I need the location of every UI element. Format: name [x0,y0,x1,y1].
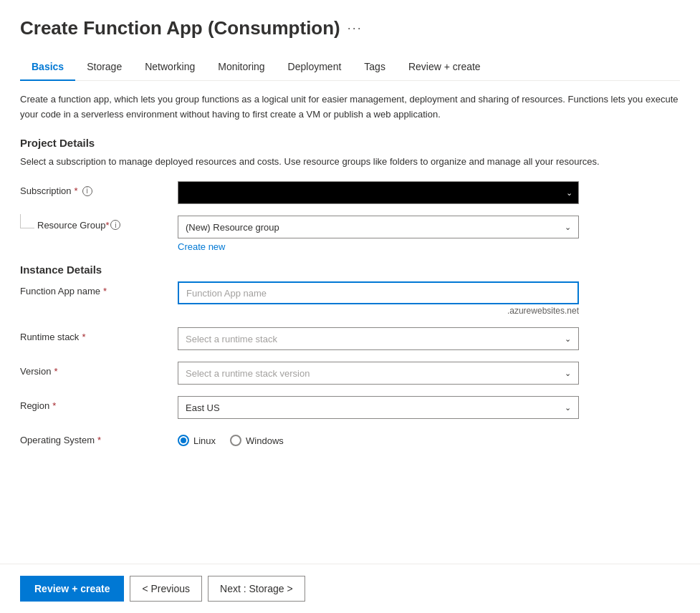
footer: Review + create < Previous Next : Storag… [0,564,700,613]
runtime-stack-required: * [82,332,85,342]
instance-details-header: Instance Details [20,264,680,276]
tabs-container: Basics Storage Networking Monitoring Dep… [20,54,680,81]
tab-review-create[interactable]: Review + create [397,54,492,81]
more-options-icon[interactable]: ··· [347,21,363,36]
function-app-name-control: .azurewebsites.net [178,281,579,316]
resource-group-dropdown[interactable]: (New) Resource group ⌄ [178,216,579,238]
main-content: Create Function App (Consumption) ··· Ba… [0,0,700,549]
runtime-stack-arrow: ⌄ [565,334,571,344]
runtime-stack-control: Select a runtime stack ⌄ [178,327,579,350]
runtime-stack-placeholder: Select a runtime stack [186,334,277,344]
tab-storage[interactable]: Storage [75,54,133,81]
tab-monitoring[interactable]: Monitoring [206,54,276,81]
subscription-label: Subscription * i [20,181,178,196]
page-title: Create Function App (Consumption) [20,17,340,39]
region-label: Region * [20,396,178,411]
function-app-name-label: Function App name * [20,281,178,296]
version-dropdown[interactable]: Select a runtime stack version ⌄ [178,362,579,385]
subscription-info-icon[interactable]: i [82,186,92,196]
subscription-dropdown-arrow: ⌄ [566,188,572,198]
os-windows-option[interactable]: Windows [230,435,284,446]
os-linux-option[interactable]: Linux [178,435,216,446]
create-new-link[interactable]: Create new [178,241,225,252]
resource-group-value: (New) Resource group [186,222,279,233]
subscription-required: * [75,185,78,196]
tab-tags[interactable]: Tags [353,54,397,81]
region-arrow: ⌄ [565,403,571,412]
indent-container: Resource Group * i [20,220,120,231]
previous-button[interactable]: < Previous [130,576,202,602]
review-create-button[interactable]: Review + create [20,576,124,602]
runtime-stack-label: Runtime stack * [20,327,178,342]
resource-group-control: (New) Resource group ⌄ Create new [178,216,579,252]
resource-group-dropdown-arrow: ⌄ [565,223,571,232]
subscription-dropdown[interactable]: ⌄ [178,181,579,204]
os-label: Operating System * [20,430,178,445]
version-label: Version * [20,362,178,377]
region-control: East US ⌄ [178,396,579,419]
os-windows-radio[interactable] [230,435,241,446]
next-button[interactable]: Next : Storage > [208,576,305,602]
region-required: * [52,400,56,411]
region-value: East US [186,402,220,413]
os-radio-group: Linux Windows [178,430,579,446]
os-row: Operating System * Linux Windows [20,430,680,453]
function-app-name-input[interactable] [178,281,579,304]
page-container: Create Function App (Consumption) ··· Ba… [0,0,700,613]
os-linux-radio[interactable] [178,435,189,446]
function-app-name-suffix: .azurewebsites.net [178,306,579,316]
version-required: * [54,366,57,377]
function-app-name-required: * [103,286,107,296]
version-control: Select a runtime stack version ⌄ [178,362,579,385]
tab-basics[interactable]: Basics [20,54,75,81]
runtime-stack-dropdown[interactable]: Select a runtime stack ⌄ [178,327,579,350]
os-required: * [97,435,101,445]
tab-networking[interactable]: Networking [133,54,206,81]
project-details-description: Select a subscription to manage deployed… [20,155,680,169]
instance-details-section: Instance Details Function App name * .az… [20,264,680,453]
region-dropdown[interactable]: East US ⌄ [178,396,579,419]
version-arrow: ⌄ [565,369,571,378]
subscription-control: ⌄ [178,181,579,204]
version-row: Version * Select a runtime stack version… [20,362,680,385]
os-linux-label: Linux [193,435,216,446]
region-row: Region * East US ⌄ [20,396,680,419]
os-control: Linux Windows [178,430,579,446]
resource-group-label: Resource Group * i [20,216,178,231]
resource-group-info-icon[interactable]: i [110,220,120,230]
project-details-section: Project Details Select a subscription to… [20,137,680,253]
resource-group-row: Resource Group * i (New) Resource group … [20,216,680,252]
indent-line [20,214,34,228]
function-app-name-row: Function App name * .azurewebsites.net [20,281,680,316]
os-windows-label: Windows [246,435,284,446]
page-title-row: Create Function App (Consumption) ··· [20,17,680,39]
project-details-header: Project Details [20,137,680,149]
page-description: Create a function app, which lets you gr… [20,92,680,122]
subscription-row: Subscription * i ⌄ [20,181,680,204]
version-placeholder: Select a runtime stack version [186,368,310,379]
runtime-stack-row: Runtime stack * Select a runtime stack ⌄ [20,327,680,350]
resource-group-required: * [105,220,109,231]
tab-deployment[interactable]: Deployment [277,54,353,81]
